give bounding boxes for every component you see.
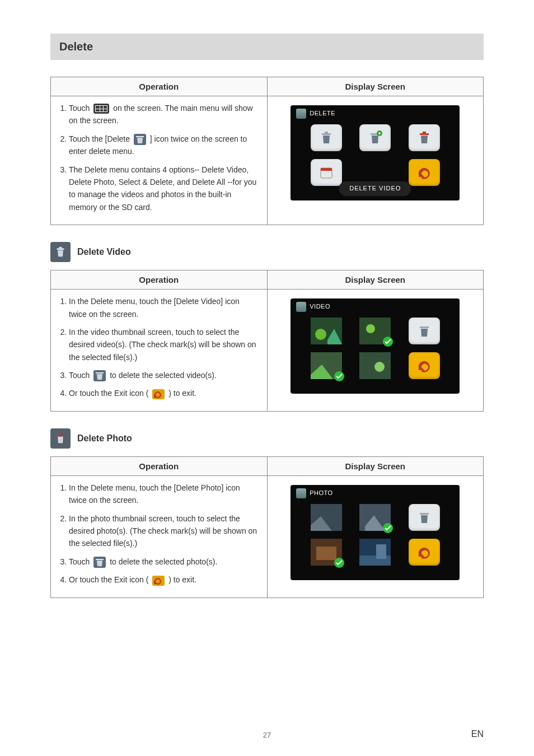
col-operation: Operation: [51, 77, 268, 96]
svg-rect-16: [376, 544, 386, 559]
photo-thumb: [359, 539, 391, 566]
manual-page: Delete Operation Display Screen Touch on…: [0, 0, 534, 756]
col-display: Display Screen: [267, 456, 484, 475]
trash-icon: [50, 242, 71, 262]
page-footer: 27 EN: [0, 731, 534, 739]
delete-photo-steps: In the Delete menu, touch the [Delete Ph…: [59, 482, 259, 586]
step: The Delete menu contains 4 options-- Del…: [69, 164, 259, 214]
screen-header-label: PHOTO: [310, 488, 332, 498]
delete-steps: Touch on the screen. The main menu will …: [59, 102, 259, 213]
device-screen-delete: DELETE DELETE VIDEO: [291, 105, 460, 200]
step: Touch to delete the selected photo(s).: [69, 556, 259, 568]
trash-icon: [311, 124, 342, 151]
trash-red-icon: [50, 428, 71, 449]
trash-all-icon: [409, 124, 440, 151]
calendar-icon: [311, 159, 342, 186]
step: In the Delete menu, touch the [Delete Ph…: [69, 482, 259, 507]
screen-caption: DELETE VIDEO: [339, 181, 411, 196]
subheader-title: Delete Video: [77, 247, 131, 257]
screen-header-label: DELETE: [310, 109, 335, 119]
menu-grid-icon: [93, 104, 109, 114]
exit-icon: [409, 539, 440, 566]
step: In the video thumbnail screen, touch to …: [69, 326, 259, 363]
video-thumb: [311, 318, 342, 344]
step: In the Delete menu, touch the [Delete Vi…: [69, 295, 259, 320]
trash-icon: [93, 370, 106, 381]
step: Or touch the Exit icon ( ) to exit.: [69, 573, 259, 586]
photo-thumb-selected: [311, 539, 342, 566]
video-thumb-selected: [311, 352, 342, 379]
delete-photo-operation-cell: In the Delete menu, touch the [Delete Ph…: [51, 475, 268, 598]
subheader-title: Delete Photo: [77, 433, 132, 444]
video-thumb-selected: [359, 318, 391, 344]
device-screen-photo: PHOTO: [291, 485, 460, 580]
delete-operation-cell: Touch on the screen. The main menu will …: [51, 96, 268, 225]
screen-header-icon: [296, 488, 306, 498]
svg-point-6: [366, 324, 375, 333]
photo-thumb: [311, 504, 342, 531]
trash-icon: [409, 318, 440, 344]
photo-thumb-selected: [359, 504, 391, 531]
trash-icon: [93, 557, 106, 568]
svg-rect-2: [321, 168, 332, 171]
delete-photo-table: Operation Display Screen In the Delete m…: [50, 456, 484, 598]
screen-header-icon: [296, 109, 306, 119]
subheader-delete-photo: Delete Photo: [50, 428, 484, 449]
delete-display-cell: DELETE DELETE VIDEO: [267, 96, 484, 225]
col-operation: Operation: [51, 456, 268, 475]
step: Touch to delete the selected video(s).: [69, 369, 259, 381]
step: In the photo thumbnail screen, touch to …: [69, 512, 259, 550]
trash-icon: [409, 504, 440, 531]
svg-point-9: [374, 362, 385, 372]
exit-icon: [409, 352, 440, 379]
trash-plus-icon: [359, 124, 391, 151]
exit-icon: [409, 159, 440, 186]
video-thumb: [359, 352, 391, 379]
delete-video-operation-cell: In the Delete menu, touch the [Delete Vi…: [51, 290, 268, 412]
section-title: Delete: [50, 34, 484, 60]
step: Touch the [Delete ] icon twice on the sc…: [69, 133, 259, 158]
delete-table: Operation Display Screen Touch on the sc…: [50, 77, 484, 225]
delete-photo-display-cell: PHOTO: [267, 475, 484, 598]
delete-video-display-cell: VIDEO: [267, 290, 484, 412]
screen-header-icon: [296, 302, 306, 312]
col-operation: Operation: [51, 270, 268, 290]
svg-point-4: [315, 329, 326, 340]
page-number: 27: [263, 731, 271, 739]
trash-icon: [134, 134, 146, 145]
step: Touch on the screen. The main menu will …: [69, 102, 259, 127]
exit-icon: [152, 576, 165, 586]
step: Or touch the Exit icon ( ) to exit.: [69, 387, 259, 399]
svg-rect-13: [316, 547, 336, 560]
screen-header-label: VIDEO: [310, 302, 330, 312]
subheader-delete-video: Delete Video: [50, 242, 484, 262]
page-lang: EN: [471, 729, 484, 739]
delete-video-steps: In the Delete menu, touch the [Delete Vi…: [59, 295, 259, 400]
exit-icon: [152, 389, 165, 399]
col-display: Display Screen: [267, 270, 484, 290]
delete-video-table: Operation Display Screen In the Delete m…: [50, 270, 484, 412]
device-screen-video: VIDEO: [291, 298, 460, 394]
col-display: Display Screen: [267, 77, 484, 96]
